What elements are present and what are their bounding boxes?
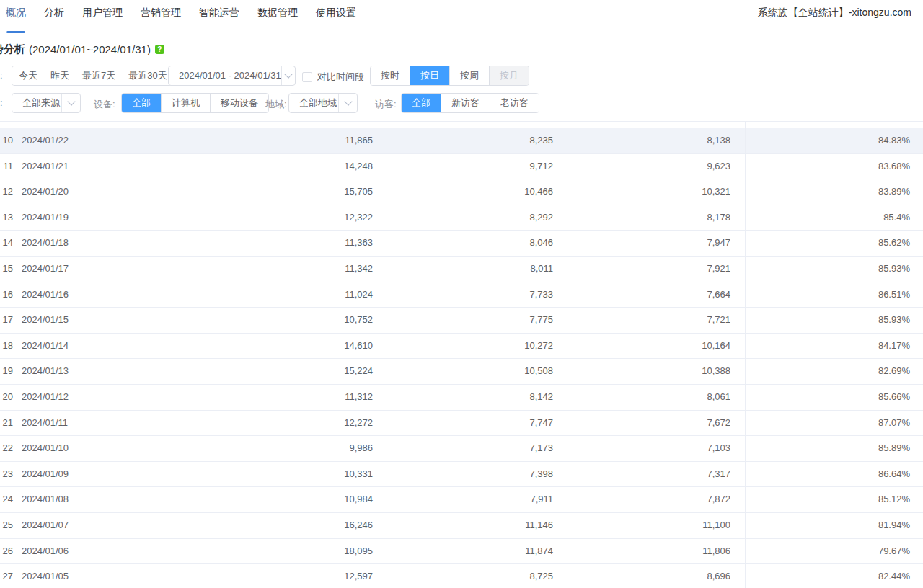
cell-value2: 9,712	[529, 154, 553, 179]
data-table: 10 2024/01/22 11,865 8,235 8,138 84.83% …	[0, 121, 923, 588]
granularity-day[interactable]: 按日	[410, 66, 449, 85]
cell-date: 2024/01/06	[22, 539, 69, 564]
cell-row-index: 13	[0, 205, 13, 230]
granularity-month[interactable]: 按月	[489, 66, 529, 85]
cell-row-index: 19	[0, 359, 13, 383]
cell-value3: 10,164	[702, 334, 730, 358]
cell-value1: 14,248	[344, 154, 373, 179]
cell-percent: 85.93%	[878, 308, 910, 332]
table-row: 24 2024/01/08 10,984 7,911 7,872 85.12%	[0, 487, 923, 513]
cell-row-index: 14	[0, 231, 13, 255]
source-dropdown[interactable]: 全部来源	[12, 93, 81, 113]
table-row: 19 2024/01/13 15,224 10,508 10,388 82.69…	[0, 359, 923, 385]
nav-tab-marketing[interactable]: 营销管理	[141, 6, 181, 34]
cell-value3: 9,623	[707, 154, 730, 179]
visitor-new[interactable]: 新访客	[441, 94, 490, 112]
cell-value1: 10,331	[344, 462, 373, 486]
cell-row-index: 12	[0, 179, 13, 204]
cell-date: 2024/01/16	[22, 282, 69, 307]
cell-value2: 8,292	[529, 205, 553, 230]
device-label: 设备:	[94, 98, 115, 111]
cell-value3: 11,806	[702, 539, 730, 564]
nav-tab-overview[interactable]: 概况	[6, 6, 26, 34]
cell-row-index: 21	[0, 411, 13, 435]
cell-value2: 7,733	[529, 282, 553, 307]
cell-value2: 10,272	[524, 334, 553, 358]
table-row: 26 2024/01/06 18,095 11,874 11,806 79.67…	[0, 539, 923, 565]
table-row: 27 2024/01/05 12,597 8,725 8,696 82.44%	[0, 564, 923, 588]
cell-date: 2024/01/18	[22, 231, 69, 255]
compare-period-checkbox[interactable]: 对比时间段	[302, 71, 364, 84]
visitor-all[interactable]: 全部	[402, 94, 441, 112]
cell-percent: 85.62%	[878, 231, 910, 255]
region-dropdown[interactable]: 全部地域	[288, 93, 358, 113]
visitor-returning[interactable]: 老访客	[490, 94, 539, 112]
table-row: 20 2024/01/12 11,312 8,142 8,061 85.66%	[0, 385, 923, 411]
cell-value2: 8,725	[529, 564, 553, 588]
cell-value3: 8,696	[707, 564, 730, 588]
column-divider	[206, 122, 206, 588]
cell-value1: 15,705	[344, 179, 373, 204]
cell-value1: 11,312	[345, 385, 373, 409]
cell-value1: 11,865	[345, 128, 373, 153]
cell-value2: 8,011	[530, 257, 553, 281]
help-icon[interactable]: ?	[155, 45, 164, 54]
nav-tab-smart-ops[interactable]: 智能运营	[199, 6, 239, 34]
nav-tab-settings[interactable]: 使用设置	[316, 6, 356, 34]
cell-percent: 84.83%	[878, 128, 910, 153]
quick-range-today[interactable]: 今天	[12, 66, 44, 85]
table-row: 11 2024/01/21 14,248 9,712 9,623 83.68%	[0, 154, 923, 180]
cell-value3: 7,721	[707, 308, 730, 332]
cell-value1: 12,322	[344, 205, 373, 230]
cell-value2: 11,146	[525, 513, 553, 538]
cell-date: 2024/01/22	[22, 128, 69, 153]
cell-date: 2024/01/10	[22, 436, 69, 460]
nav-tab-users[interactable]: 用户管理	[82, 6, 123, 34]
cell-value3: 7,921	[707, 257, 730, 281]
cell-date: 2024/01/08	[22, 487, 69, 512]
nav-tab-analysis[interactable]: 分析	[44, 6, 64, 34]
table-row: 25 2024/01/07 16,246 11,146 11,100 81.94…	[0, 513, 923, 539]
cell-percent: 86.51%	[878, 282, 910, 307]
nav-tab-data-mgmt[interactable]: 数据管理	[257, 6, 298, 34]
device-all[interactable]: 全部	[122, 94, 161, 112]
column-divider	[745, 122, 746, 588]
table-row: 22 2024/01/10 9,986 7,173 7,103 85.89%	[0, 436, 923, 462]
cell-percent: 86.64%	[878, 462, 910, 486]
cell-row-index: 20	[0, 385, 13, 409]
compare-period-label: 对比时间段	[317, 71, 364, 84]
table-row: 15 2024/01/17 11,342 8,011 7,921 85.93%	[0, 257, 923, 282]
cell-date: 2024/01/21	[22, 154, 69, 179]
cell-date: 2024/01/17	[22, 257, 69, 281]
date-range-picker[interactable]: 2024/01/01 - 2024/01/31	[168, 66, 296, 86]
granularity-week[interactable]: 按周	[449, 66, 489, 85]
page-title-range: (2024/01/01~2024/01/31)	[29, 43, 151, 55]
visitor-group: 全部 新访客 老访客	[401, 93, 539, 113]
quick-range-30days[interactable]: 最近30天	[122, 66, 173, 85]
cell-row-index: 24	[0, 487, 13, 512]
cell-row-index: 22	[0, 436, 13, 460]
cell-value2: 8,235	[529, 128, 553, 153]
table-row: 21 2024/01/11 12,272 7,747 7,672 87.07%	[0, 411, 923, 437]
device-mobile[interactable]: 移动设备	[210, 94, 268, 112]
site-label: 系统族【全站统计】-xitongzu.com	[758, 6, 911, 19]
cell-percent: 85.4%	[883, 205, 910, 230]
chevron-down-icon	[344, 97, 352, 105]
table-body: 10 2024/01/22 11,865 8,235 8,138 84.83% …	[0, 128, 923, 588]
cell-value3: 10,321	[702, 179, 730, 204]
quick-range-yesterday[interactable]: 昨天	[44, 66, 76, 85]
cell-value2: 7,911	[530, 487, 553, 512]
cell-value1: 18,095	[344, 539, 373, 564]
source-dropdown-value: 全部来源	[12, 94, 61, 112]
analytics-page: 概况 分析 用户管理 营销管理 智能运营 数据管理 使用设置 系统族【全站统计】…	[0, 0, 923, 588]
cell-date: 2024/01/13	[22, 359, 69, 383]
cell-value3: 8,061	[707, 385, 730, 409]
cell-percent: 79.67%	[878, 539, 910, 564]
cell-value2: 8,046	[529, 231, 553, 255]
device-desktop[interactable]: 计算机	[161, 94, 210, 112]
granularity-hour[interactable]: 按时	[371, 66, 410, 85]
device-group: 全部 计算机 移动设备	[121, 93, 269, 113]
quick-range-7days[interactable]: 最近7天	[76, 66, 122, 85]
granularity-group: 按时 按日 按周 按月	[370, 66, 529, 86]
cell-row-index: 10	[0, 128, 13, 153]
